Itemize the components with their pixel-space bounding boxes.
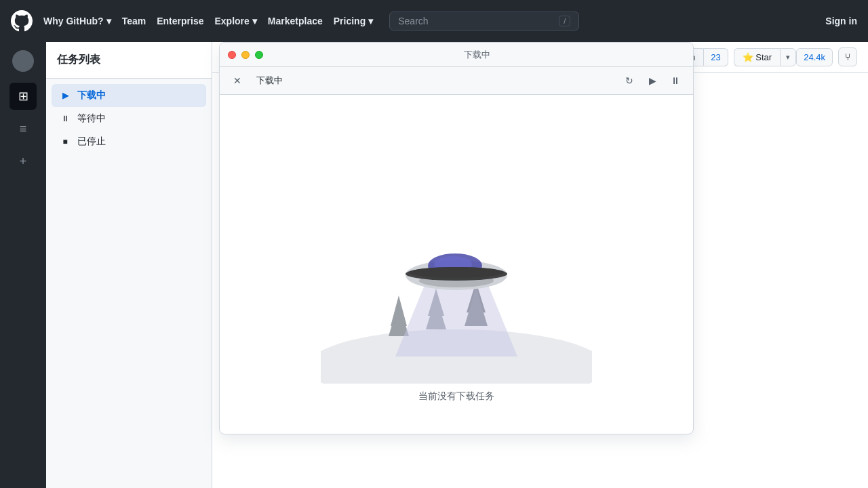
sidebar-grid-btn[interactable]: ⊞ bbox=[9, 83, 37, 110]
sidebar-menu-btn[interactable]: ≡ bbox=[9, 115, 37, 142]
ufo-illustration bbox=[321, 126, 592, 384]
github-logo[interactable] bbox=[11, 10, 33, 32]
nav-team[interactable]: Team bbox=[122, 16, 146, 26]
sidebar-add-btn[interactable]: + bbox=[9, 148, 37, 175]
fork-icon: ⑂ bbox=[845, 52, 850, 62]
dark-sidebar: ⊞ ≡ + bbox=[0, 42, 46, 488]
refresh-btn[interactable]: ↻ bbox=[620, 71, 639, 90]
pause-icon: ⏸ bbox=[60, 114, 71, 123]
toolbar-title: 下载中 bbox=[251, 75, 616, 87]
watch-count[interactable]: 23 bbox=[704, 48, 728, 66]
star-group: ⭐ Star ▾ 24.4k bbox=[734, 48, 833, 66]
nav-why-github[interactable]: Why GitHub? ▾ bbox=[43, 16, 111, 26]
nav-right: Sign in bbox=[825, 16, 857, 26]
list-item-label: 下载中 bbox=[77, 89, 106, 102]
menu-icon: ≡ bbox=[20, 122, 27, 136]
main-layout: ⊞ ≡ + 任务列表 ▶ 下载中 ⏸ 等待中 ■ 已停止 bbox=[0, 42, 868, 488]
search-container: Search / bbox=[389, 12, 579, 30]
minimize-button[interactable] bbox=[241, 51, 250, 59]
nav-enterprise[interactable]: Enterprise bbox=[157, 16, 203, 26]
star-count[interactable]: 24.4k bbox=[796, 48, 833, 66]
pause-btn[interactable]: ⏸ bbox=[666, 71, 685, 90]
task-list: ▶ 下载中 ⏸ 等待中 ■ 已停止 bbox=[46, 79, 212, 488]
list-item-label: 等待中 bbox=[77, 113, 106, 125]
star-chevron[interactable]: ▾ bbox=[780, 48, 796, 66]
empty-state-text: 当前没有下载任务 bbox=[418, 390, 494, 403]
search-shortcut: / bbox=[559, 16, 570, 26]
right-panel: 👁 Watch 23 ⭐ Star ▾ 24.4k ⑂ bbox=[212, 42, 868, 488]
close-toolbar-btn[interactable]: ✕ bbox=[228, 71, 247, 90]
grid-icon: ⊞ bbox=[18, 89, 28, 104]
popup-window: 下载中 ✕ 下载中 ↻ ▶ ⏸ bbox=[219, 42, 694, 434]
fork-button[interactable]: ⑂ bbox=[838, 47, 857, 66]
stop-icon: ■ bbox=[60, 137, 71, 146]
popup-content: 当前没有下载任务 bbox=[220, 95, 693, 434]
star-button[interactable]: ⭐ Star bbox=[734, 48, 780, 66]
nav-pricing[interactable]: Pricing ▾ bbox=[334, 16, 373, 26]
plus-icon: + bbox=[20, 155, 27, 169]
svg-marker-7 bbox=[395, 282, 517, 357]
play-btn[interactable]: ▶ bbox=[643, 71, 662, 90]
list-item-waiting[interactable]: ⏸ 等待中 bbox=[52, 107, 206, 130]
popup-titlebar: 下载中 bbox=[220, 43, 693, 67]
close-button[interactable] bbox=[228, 51, 236, 59]
popup-title: 下载中 bbox=[269, 49, 685, 61]
chevron-down-icon: ▾ bbox=[106, 16, 111, 26]
nav-explore[interactable]: Explore ▾ bbox=[214, 16, 256, 26]
github-navbar: Why GitHub? ▾ Team Enterprise Explore ▾ … bbox=[0, 0, 868, 42]
search-input[interactable]: Search / bbox=[389, 12, 579, 30]
avatar[interactable] bbox=[12, 50, 34, 72]
popup-toolbar: ✕ 下载中 ↻ ▶ ⏸ bbox=[220, 67, 693, 95]
list-item-label: 已停止 bbox=[77, 136, 106, 148]
svg-point-13 bbox=[409, 267, 504, 278]
signin-link[interactable]: Sign in bbox=[825, 16, 857, 26]
list-item-stopped[interactable]: ■ 已停止 bbox=[52, 130, 206, 153]
nav-marketplace[interactable]: Marketplace bbox=[268, 16, 323, 26]
list-item-downloading[interactable]: ▶ 下载中 bbox=[52, 84, 206, 107]
chevron-down-icon: ▾ bbox=[368, 16, 373, 26]
left-panel-title: 任务列表 bbox=[46, 42, 212, 79]
play-icon: ▶ bbox=[60, 91, 71, 100]
left-panel: 任务列表 ▶ 下载中 ⏸ 等待中 ■ 已停止 bbox=[46, 42, 212, 488]
chevron-down-icon: ▾ bbox=[252, 16, 257, 26]
maximize-button[interactable] bbox=[255, 51, 263, 59]
